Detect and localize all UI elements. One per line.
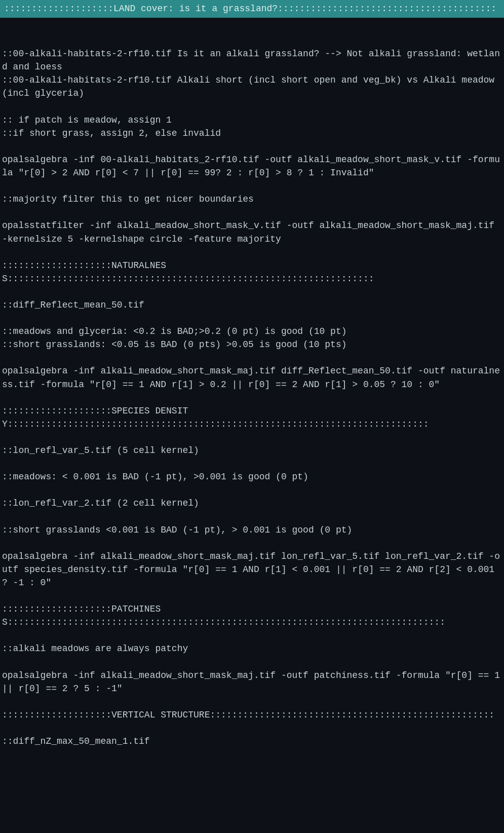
terminal-window: ::::::::::::::::::::LAND cover: is it a …: [0, 0, 504, 833]
terminal-header-line: ::::::::::::::::::::LAND cover: is it a …: [0, 0, 504, 18]
terminal-text: ::00-alkali-habitats-2-rf10.tif Is it an…: [2, 49, 504, 746]
terminal-content[interactable]: ::00-alkali-habitats-2-rf10.tif Is it an…: [0, 18, 504, 764]
header-text: ::::::::::::::::::::LAND cover: is it a …: [4, 4, 496, 14]
